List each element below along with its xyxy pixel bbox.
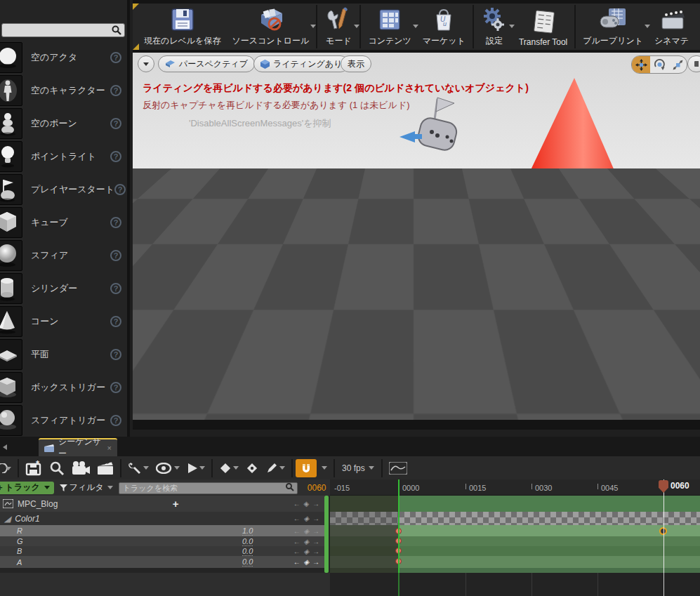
tab-scroll-left-icon[interactable] bbox=[1, 444, 8, 451]
save-sequence-button[interactable]: * bbox=[22, 458, 46, 478]
keyframe-options-button[interactable] bbox=[216, 458, 242, 478]
main-toolbar: 現在のレベルを保存 ソースコントロール モード コンテンツ Uu マーケット 設… bbox=[133, 0, 700, 53]
fps-dropdown[interactable]: 30 fps bbox=[338, 463, 378, 473]
source-control-button[interactable]: ソースコントロール bbox=[226, 4, 315, 50]
keyframe-nav[interactable]: ← ◈ → bbox=[293, 558, 320, 566]
rotate-tool-button[interactable] bbox=[650, 56, 668, 73]
viewport-options-button[interactable] bbox=[138, 55, 154, 72]
channel-value[interactable]: 0.0 bbox=[242, 547, 253, 556]
sidebar-item-empty-pawn[interactable]: 空のポーン ? bbox=[0, 107, 130, 140]
track-row-mpc-blog[interactable]: MPC_Blog + ← ◈ → bbox=[0, 496, 324, 512]
view-mode-button[interactable]: ライティングあり bbox=[253, 55, 349, 72]
options-partial-button[interactable] bbox=[0, 458, 15, 478]
keyframe-nav[interactable]: ← ◈ → bbox=[293, 515, 320, 522]
view-options-button[interactable] bbox=[152, 458, 183, 478]
save-icon bbox=[169, 6, 196, 34]
red-cone-actor[interactable] bbox=[444, 77, 698, 422]
sidebar-item-point-light[interactable]: ポイントライト ? bbox=[0, 140, 130, 173]
sidebar-item-empty-actor[interactable]: 空のアクタ ? bbox=[0, 41, 130, 74]
expander-icon[interactable]: ◢ bbox=[4, 514, 11, 524]
help-icon[interactable]: ? bbox=[110, 85, 121, 96]
sidebar-item-empty-character[interactable]: 空のキャラクター ? bbox=[0, 74, 130, 107]
keyframe-nav[interactable]: ← ◈ → bbox=[293, 538, 320, 545]
empty-character-icon bbox=[0, 75, 22, 106]
snap-button[interactable] bbox=[296, 459, 317, 477]
find-in-content-browser-button[interactable] bbox=[46, 458, 68, 478]
snap-options-button[interactable] bbox=[317, 458, 331, 478]
camera-actor[interactable] bbox=[134, 213, 236, 293]
floor-edge bbox=[133, 420, 700, 430]
render-movie-button[interactable] bbox=[93, 458, 117, 478]
add-section-button[interactable]: + bbox=[173, 498, 179, 510]
scale-tool-button[interactable] bbox=[668, 56, 687, 73]
channel-value[interactable]: 0.0 bbox=[242, 557, 253, 567]
show-button[interactable]: 表示 bbox=[341, 55, 371, 72]
blueprints-button[interactable]: ブループリント bbox=[577, 4, 649, 50]
camera-speed-icon bbox=[694, 60, 699, 68]
sidebar-item-cone[interactable]: コーン ? bbox=[0, 305, 130, 338]
chevron-down-icon bbox=[354, 25, 359, 28]
help-icon[interactable]: ? bbox=[110, 52, 121, 63]
level-viewport[interactable]: ライティングを再ビルドする必要があります(2 個のビルドされていないオブジェクト… bbox=[133, 53, 700, 430]
channel-value[interactable]: 1.0 bbox=[242, 527, 253, 536]
playback-options-button[interactable] bbox=[183, 458, 209, 478]
create-camera-button[interactable] bbox=[68, 458, 93, 478]
track-row-color1[interactable]: ◢ Color1 ← ◈ → bbox=[0, 512, 324, 525]
help-icon[interactable]: ? bbox=[110, 382, 121, 393]
add-track-button[interactable]: +トラック bbox=[0, 482, 54, 494]
sidebar-item-cube[interactable]: キューブ ? bbox=[0, 206, 130, 239]
sidebar-item-sphere[interactable]: スフィア ? bbox=[0, 239, 130, 272]
transfer-tool-button[interactable]: Transfer Tool bbox=[513, 4, 573, 50]
keyframe-nav[interactable]: ← ◈ → bbox=[293, 500, 320, 508]
sequence-tools-button[interactable] bbox=[124, 458, 152, 478]
help-icon[interactable]: ? bbox=[114, 184, 126, 195]
help-icon[interactable]: ? bbox=[110, 349, 121, 360]
track-row-r[interactable]: R 1.0 ← ◈ → bbox=[0, 525, 324, 536]
help-icon[interactable]: ? bbox=[110, 283, 121, 294]
save-level-button[interactable]: 現在のレベルを保存 bbox=[138, 4, 226, 50]
channel-value[interactable]: 0.0 bbox=[242, 537, 253, 546]
timeline-ruler[interactable]: -015 0000 0015 0030 0045 bbox=[330, 479, 700, 496]
track-row-b[interactable]: B 0.0 ← ◈ → bbox=[0, 546, 324, 556]
sidebar-item-player-start[interactable]: プレイヤースタート ? bbox=[0, 173, 130, 206]
actor-search-input[interactable] bbox=[1, 23, 125, 37]
help-icon[interactable]: ? bbox=[110, 151, 121, 162]
cinematics-button[interactable]: シネマテ bbox=[649, 4, 694, 50]
help-icon[interactable]: ? bbox=[110, 415, 121, 426]
empty-actor-icon bbox=[0, 42, 22, 73]
chevron-down-icon bbox=[107, 486, 113, 489]
help-icon[interactable]: ? bbox=[110, 316, 121, 327]
sidebar-item-cylinder[interactable]: シリンダー ? bbox=[0, 272, 130, 305]
perspective-button[interactable]: パースペクティブ bbox=[158, 55, 255, 72]
sidebar-item-plane[interactable]: 平面 ? bbox=[0, 338, 130, 371]
auto-key-button[interactable] bbox=[242, 458, 262, 478]
settings-button[interactable]: 設定 bbox=[475, 4, 513, 50]
track-row-g[interactable]: G 0.0 ← ◈ → bbox=[0, 536, 324, 546]
track-scrollbar[interactable] bbox=[324, 496, 329, 573]
sidebar-item-box-trigger[interactable]: ボックストリガー ? bbox=[0, 371, 130, 404]
marketplace-button[interactable]: Uu マーケット bbox=[417, 4, 471, 50]
source-control-icon bbox=[256, 6, 285, 34]
content-button[interactable]: コンテンツ bbox=[362, 4, 416, 50]
chevron-down-icon bbox=[44, 486, 50, 489]
filter-button[interactable]: フィルタ bbox=[60, 482, 113, 494]
current-frame-field[interactable]: 0060 bbox=[308, 483, 326, 493]
playhead-frame-label: 0060 bbox=[671, 481, 689, 491]
help-icon[interactable]: ? bbox=[110, 118, 121, 129]
sequencer-tab-bar: シーケンサー × bbox=[0, 437, 700, 456]
move-tool-button[interactable] bbox=[632, 56, 650, 73]
track-row-a[interactable]: A 0.0 ← ◈ → bbox=[0, 556, 324, 568]
track-search-input[interactable] bbox=[119, 482, 298, 494]
help-icon[interactable]: ? bbox=[110, 217, 121, 228]
tab-sequencer[interactable]: シーケンサー × bbox=[39, 438, 117, 456]
edit-options-button[interactable] bbox=[262, 458, 289, 478]
help-icon[interactable]: ? bbox=[110, 250, 121, 261]
modes-button[interactable]: モード bbox=[319, 4, 358, 50]
curve-editor-button[interactable] bbox=[385, 458, 411, 478]
keyframe-nav[interactable]: ← ◈ → bbox=[293, 548, 320, 555]
sidebar-item-sphere-trigger[interactable]: スフィアトリガー ? bbox=[0, 404, 130, 437]
search-icon bbox=[286, 483, 294, 491]
camera-speed-button[interactable] bbox=[687, 55, 700, 72]
keyframe-nav[interactable]: ← ◈ → bbox=[293, 527, 320, 535]
close-icon[interactable]: × bbox=[107, 444, 112, 452]
